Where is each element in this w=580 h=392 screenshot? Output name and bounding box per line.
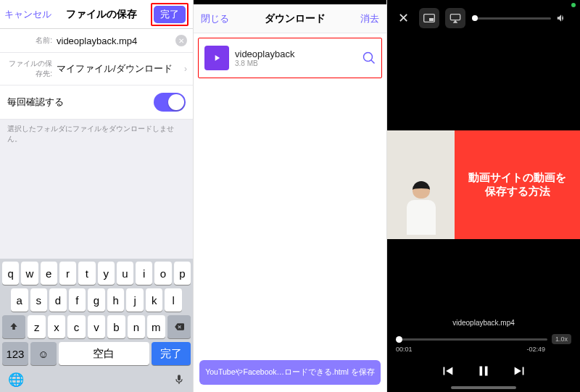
key-k[interactable]: k xyxy=(146,288,163,312)
location-label: ファイルの保存先: xyxy=(6,59,57,79)
navbar: 閉じる ダウンロード 消去 xyxy=(194,4,386,33)
shift-key[interactable] xyxy=(2,315,25,338)
key-t[interactable]: t xyxy=(78,262,95,285)
prev-track-icon[interactable] xyxy=(439,363,455,379)
globe-icon[interactable]: 🌐 xyxy=(8,372,24,388)
download-size: 3.8 MB xyxy=(235,59,362,67)
pause-icon[interactable] xyxy=(476,363,492,379)
key-f[interactable]: f xyxy=(69,288,86,312)
key-n[interactable]: n xyxy=(128,315,145,338)
confirm-toggle[interactable] xyxy=(154,93,186,112)
key-x[interactable]: x xyxy=(48,315,65,338)
download-name: videoplayback xyxy=(235,49,362,59)
key-c[interactable]: c xyxy=(67,315,85,338)
key-h[interactable]: h xyxy=(107,288,125,312)
key-j[interactable]: j xyxy=(126,288,144,312)
backspace-key[interactable] xyxy=(167,315,191,338)
chevron-right-icon: › xyxy=(184,64,187,74)
key-p[interactable]: p xyxy=(174,262,191,285)
save-prompt-bar[interactable]: YouTubeやFacebook…ロードできる.html を保存 xyxy=(199,360,381,385)
location-value: マイファイル/ダウンロード xyxy=(57,62,184,75)
key-z[interactable]: z xyxy=(28,315,45,338)
emoji-key[interactable]: ☺ xyxy=(30,342,57,365)
file-icon xyxy=(204,46,229,70)
key-i[interactable]: i xyxy=(136,262,152,285)
key-s[interactable]: s xyxy=(30,288,48,312)
svg-rect-1 xyxy=(429,18,434,21)
confirm-row: 毎回確認する xyxy=(0,86,193,120)
space-key[interactable]: 空白 xyxy=(59,342,150,365)
key-w[interactable]: w xyxy=(21,262,38,285)
key-l[interactable]: l xyxy=(165,288,182,312)
search-icon[interactable] xyxy=(362,51,376,64)
home-indicator[interactable] xyxy=(451,386,516,389)
download-info: videoplayback 3.8 MB xyxy=(235,49,362,67)
name-input[interactable]: videoplayback.mp4 xyxy=(57,36,175,46)
clear-button[interactable]: 消去 xyxy=(360,12,379,25)
video-thumbnail-person xyxy=(387,130,455,239)
svg-rect-2 xyxy=(450,14,460,20)
volume-slider[interactable] xyxy=(473,13,567,23)
key-q[interactable]: q xyxy=(2,262,19,285)
clear-icon[interactable]: ✕ xyxy=(175,35,187,46)
key-v[interactable]: v xyxy=(88,315,105,338)
confirm-label: 毎回確認する xyxy=(7,96,64,109)
navbar: キャンセル ファイルの保存 完了 xyxy=(0,0,193,29)
playing-filename: videoplayback.mp4 xyxy=(387,319,580,327)
key-d[interactable]: d xyxy=(49,288,67,312)
downloads-panel: 閉じる ダウンロード 消去 videoplayback 3.8 MB YouTu… xyxy=(194,0,387,392)
key-b[interactable]: b xyxy=(107,315,125,338)
done-highlight: 完了 xyxy=(151,3,188,26)
key-a[interactable]: a xyxy=(11,288,28,312)
key-u[interactable]: u xyxy=(117,262,133,285)
close-icon[interactable]: ✕ xyxy=(393,8,413,28)
key-y[interactable]: y xyxy=(98,262,115,285)
key-e[interactable]: e xyxy=(41,262,57,285)
pip-icon[interactable] xyxy=(419,8,439,28)
mic-icon[interactable] xyxy=(173,372,185,387)
navbar-title: ダウンロード xyxy=(265,12,326,25)
playback-rate[interactable]: 1.0x xyxy=(552,334,571,344)
video-player-panel: ✕ 動画サイトの動画を 保存する方法 videoplayback.m xyxy=(387,0,580,392)
key-m[interactable]: m xyxy=(147,315,165,338)
navbar-title: ファイルの保存 xyxy=(66,8,137,21)
name-label: 名前: xyxy=(6,36,57,46)
key-r[interactable]: r xyxy=(59,262,76,285)
location-row[interactable]: ファイルの保存先: マイファイル/ダウンロード › xyxy=(0,53,193,86)
note-text: 選択したフォルダにファイルをダウンロードしません。 xyxy=(0,120,193,149)
key-o[interactable]: o xyxy=(154,262,171,285)
close-button[interactable]: 閉じる xyxy=(201,12,229,25)
next-track-icon[interactable] xyxy=(512,363,528,379)
video-frame[interactable]: 動画サイトの動画を 保存する方法 xyxy=(387,130,580,239)
seek-bar[interactable]: 1.0x xyxy=(387,334,580,344)
done-button[interactable]: 完了 xyxy=(154,6,186,23)
current-time: 00:01 xyxy=(396,346,413,353)
file-save-panel: キャンセル ファイルの保存 完了 名前: videoplayback.mp4 ✕… xyxy=(0,0,194,392)
download-item[interactable]: videoplayback 3.8 MB xyxy=(198,38,382,78)
player-topbar: ✕ xyxy=(387,0,580,36)
key-g[interactable]: g xyxy=(88,288,105,312)
player-controls: videoplayback.mp4 1.0x 00:01 -02:49 xyxy=(387,319,580,379)
keyboard: qwertyuiop asdfghjkl zxcvbnm 123 ☺ 空白 完了… xyxy=(0,259,193,392)
keyboard-done-key[interactable]: 完了 xyxy=(152,342,191,365)
name-row: 名前: videoplayback.mp4 ✕ xyxy=(0,29,193,53)
airplay-icon[interactable] xyxy=(445,8,465,28)
numbers-key[interactable]: 123 xyxy=(2,342,28,365)
video-overlay-text: 動画サイトの動画を 保存する方法 xyxy=(455,130,580,239)
remaining-time: -02:49 xyxy=(526,346,545,353)
speaker-icon xyxy=(555,13,567,23)
cancel-button[interactable]: キャンセル xyxy=(4,8,51,21)
camera-indicator-icon xyxy=(571,3,576,7)
